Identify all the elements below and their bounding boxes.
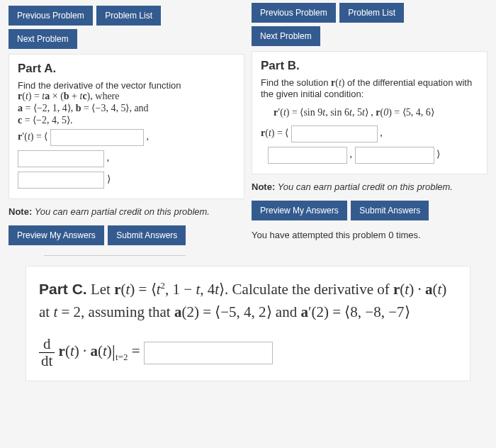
note-text: You can earn partial credit on this prob… xyxy=(35,206,210,217)
part-b-panel: Part B. Find the solution r(t) of the di… xyxy=(252,51,487,174)
part-b-answer-row1: r(t) = ⟨ , xyxy=(261,125,478,142)
close-bracket: ⟩ xyxy=(436,149,440,159)
comma: , xyxy=(146,131,149,142)
next-problem-button[interactable]: Next Problem xyxy=(252,26,320,46)
preview-answers-button[interactable]: Preview My Answers xyxy=(252,201,347,220)
part-b-input-1[interactable] xyxy=(291,125,378,142)
part-a-eq1: r(t) = ta × (b + tc), where xyxy=(18,91,235,102)
comma: , xyxy=(350,149,353,159)
part-a-desc: Find the derivative of the vector functi… xyxy=(18,80,235,91)
part-a-answer-row2: , xyxy=(18,150,235,167)
note-label: Note: xyxy=(252,181,275,192)
part-b-column: Previous Problem Problem List Next Probl… xyxy=(252,4,487,256)
part-a-panel: Part A. Find the derivative of the vecto… xyxy=(9,54,244,199)
equals: = xyxy=(132,342,144,359)
fraction-ddt: d dt xyxy=(39,336,55,369)
part-a-eq3: c = ⟨−2, 4, 5⟩. xyxy=(18,114,235,126)
part-b-action-buttons: Preview My Answers Submit Answers xyxy=(252,199,487,223)
divider xyxy=(44,254,186,256)
part-a-input-3[interactable] xyxy=(18,172,104,189)
part-a-input-1[interactable] xyxy=(50,129,144,146)
part-a-action-buttons: Preview My Answers Submit Answers xyxy=(9,224,244,247)
part-a-column: Previous Problem Problem List Next Probl… xyxy=(9,4,244,256)
note-label: Note: xyxy=(9,206,32,217)
part-a-title: Part A. xyxy=(18,62,235,76)
part-c-body: Part C. Let r(t) = ⟨t2, 1 − t, 4t⟩. Calc… xyxy=(39,278,457,323)
part-a-answer-row1: r′(t) = ⟨ , xyxy=(18,129,235,146)
previous-problem-button[interactable]: Previous Problem xyxy=(252,3,336,23)
preview-answers-button[interactable]: Preview My Answers xyxy=(9,225,104,245)
part-b-note: Note: You can earn partial credit on thi… xyxy=(252,181,487,192)
part-b-answer-row2: , ⟩ xyxy=(268,147,478,164)
frac-num: d xyxy=(39,336,55,353)
note-text: You can earn partial credit on this prob… xyxy=(278,181,453,192)
previous-problem-button[interactable]: Previous Problem xyxy=(9,6,93,26)
comma: , xyxy=(107,152,110,163)
eval-sub: t=2 xyxy=(115,352,128,362)
close-bracket: ⟩ xyxy=(107,174,111,184)
part-b-desc: Find the solution r(t) of the differenti… xyxy=(261,77,478,99)
part-b-input-3[interactable] xyxy=(355,147,434,164)
part-a-eq2: a = ⟨−2, 1, 4⟩, b = ⟨−3, 4, 5⟩, and xyxy=(18,102,235,114)
nav-buttons-left: Previous Problem Problem List Next Probl… xyxy=(9,4,244,51)
next-problem-button[interactable]: Next Problem xyxy=(9,29,77,49)
part-c-panel: Part C. Let r(t) = ⟨t2, 1 − t, 4t⟩. Calc… xyxy=(26,266,470,381)
submit-answers-button[interactable]: Submit Answers xyxy=(351,201,429,220)
part-a-note: Note: You can earn partial credit on thi… xyxy=(9,206,244,217)
submit-answers-button[interactable]: Submit Answers xyxy=(108,225,186,245)
part-a-answer-row3: ⟩ xyxy=(18,172,235,189)
problem-list-button[interactable]: Problem List xyxy=(96,6,161,26)
part-b-title: Part B. xyxy=(261,59,478,73)
part-c-title: Part C. xyxy=(39,281,87,297)
problem-list-button[interactable]: Problem List xyxy=(339,3,404,23)
part-c-answer: d dt r(t) · a(t)|t=2 = xyxy=(39,336,457,369)
frac-den: dt xyxy=(39,353,55,369)
part-b-input-2[interactable] xyxy=(268,147,347,164)
part-b-eq1: r′(t) = ⟨sin 9t, sin 6t, 5t⟩ , r(0) = ⟨5… xyxy=(274,106,478,118)
nav-buttons-right: Previous Problem Problem List Next Probl… xyxy=(252,1,487,48)
attempt-count: You have attempted this problem 0 times. xyxy=(252,230,487,240)
part-a-input-2[interactable] xyxy=(18,150,104,167)
part-c-input[interactable] xyxy=(144,342,273,364)
comma: , xyxy=(380,128,383,138)
